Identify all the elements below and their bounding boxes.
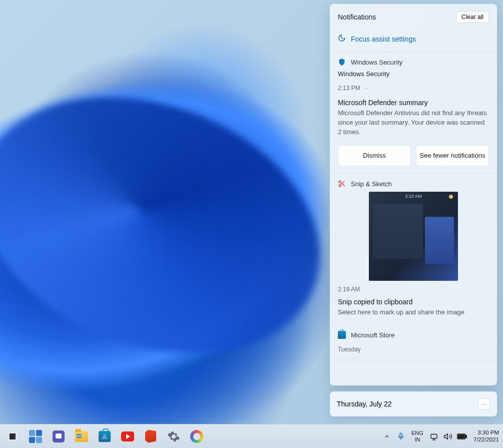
taskbar-system-tray: ENG IN 3:30 PM 7/22/2021 — [381, 429, 499, 443]
taskbar: ENG IN 3:30 PM 7/22/2021 — [0, 424, 503, 448]
moon-icon — [338, 34, 346, 44]
notification-card-store[interactable]: Microsoft Store Tuesday — [330, 325, 497, 360]
microsoft-store-button[interactable] — [94, 426, 115, 447]
notification-time: 2:19 AM — [338, 286, 360, 293]
taskbar-pinned-apps — [2, 426, 207, 447]
folder-icon — [75, 431, 88, 442]
language-top: ENG — [411, 430, 423, 436]
shield-icon — [338, 58, 346, 66]
screenshot-thumbnail[interactable]: 2:10 AM — [369, 192, 458, 281]
notification-app-name: Windows Security — [351, 59, 402, 66]
notification-time-row: 2:19 AM — [338, 286, 489, 293]
notification-app-row: Snip & Sketch — [338, 180, 489, 188]
svg-rect-6 — [458, 434, 464, 438]
clock-date: 7/22/2021 — [473, 436, 499, 443]
language-indicator[interactable]: ENG IN — [409, 430, 425, 442]
youtube-button[interactable] — [117, 426, 138, 447]
focus-assist-link[interactable]: Focus assist settings — [330, 28, 497, 52]
palette-icon — [190, 430, 203, 443]
clock-time: 3:30 PM — [473, 429, 499, 436]
focus-assist-label: Focus assist settings — [351, 35, 416, 43]
battery-button[interactable] — [456, 431, 467, 442]
settings-button[interactable] — [163, 426, 184, 447]
store-icon — [338, 331, 346, 339]
notification-title: Microsoft Defender summary — [338, 99, 489, 107]
notification-card-snip[interactable]: Snip & Sketch 2:10 AM 2:19 AM Snip copie… — [330, 174, 497, 325]
clock-button[interactable]: 3:30 PM 7/22/2021 — [470, 429, 499, 443]
microphone-button[interactable] — [395, 431, 406, 442]
notification-app-name: Snip & Sketch — [351, 180, 392, 188]
notification-body: Microsoft Defender Antivirus did not fin… — [338, 109, 489, 137]
office-icon — [145, 430, 156, 443]
notification-title: Snip copied to clipboard — [338, 298, 489, 306]
calendar-collapsed-bar[interactable]: Thursday, July 22 ︿ — [330, 391, 497, 416]
notifications-title: Notifications — [338, 13, 376, 21]
notifications-header: Notifications Clear all — [330, 4, 497, 28]
notification-app-name: Microsoft Store — [351, 331, 394, 339]
dismiss-button[interactable]: Dismiss — [338, 145, 411, 167]
clear-all-button[interactable]: Clear all — [456, 11, 489, 23]
paint-button[interactable] — [186, 426, 207, 447]
chevron-up-icon[interactable]: ︿ — [364, 85, 369, 92]
chat-button[interactable] — [48, 426, 69, 447]
gear-icon — [167, 430, 180, 443]
svg-rect-5 — [465, 435, 466, 437]
notification-time: 2:13 PM — [338, 85, 360, 92]
notifications-panel: Notifications Clear all Focus assist set… — [330, 4, 497, 385]
tray-overflow-button[interactable] — [381, 431, 392, 442]
youtube-icon — [121, 431, 134, 441]
notification-app-row: Microsoft Store — [338, 331, 489, 339]
chat-icon — [53, 430, 65, 442]
network-button[interactable] — [428, 431, 439, 442]
notification-subtitle: Windows Security — [338, 70, 489, 78]
notification-app-row: Windows Security — [338, 58, 489, 66]
widgets-icon — [29, 430, 42, 443]
file-explorer-button[interactable] — [71, 426, 92, 447]
language-bottom: IN — [411, 436, 423, 443]
svg-rect-2 — [400, 433, 402, 437]
notification-time: Tuesday — [338, 346, 361, 353]
volume-button[interactable] — [442, 431, 453, 442]
office-button[interactable] — [140, 426, 161, 447]
notification-card-security[interactable]: Windows Security Windows Security 2:13 P… — [330, 52, 497, 174]
notifications-list: Windows Security Windows Security 2:13 P… — [330, 52, 497, 385]
thumbnail-time: 2:10 AM — [369, 194, 458, 199]
widgets-button[interactable] — [25, 426, 46, 447]
start-icon — [8, 431, 18, 441]
notification-actions: Dismiss See fewer notifications — [338, 145, 489, 167]
start-button[interactable] — [2, 426, 23, 447]
store-icon — [99, 431, 111, 442]
notification-time-row: Tuesday — [338, 346, 489, 353]
chevron-up-icon[interactable]: ︿ — [478, 398, 490, 410]
notification-time-row: 2:13 PM ︿ — [338, 85, 489, 92]
notification-body: Select here to mark up and share the ima… — [338, 308, 489, 317]
see-fewer-button[interactable]: See fewer notifications — [416, 145, 489, 167]
calendar-date: Thursday, July 22 — [337, 400, 391, 408]
scissors-icon — [338, 180, 346, 188]
svg-rect-3 — [431, 434, 437, 438]
